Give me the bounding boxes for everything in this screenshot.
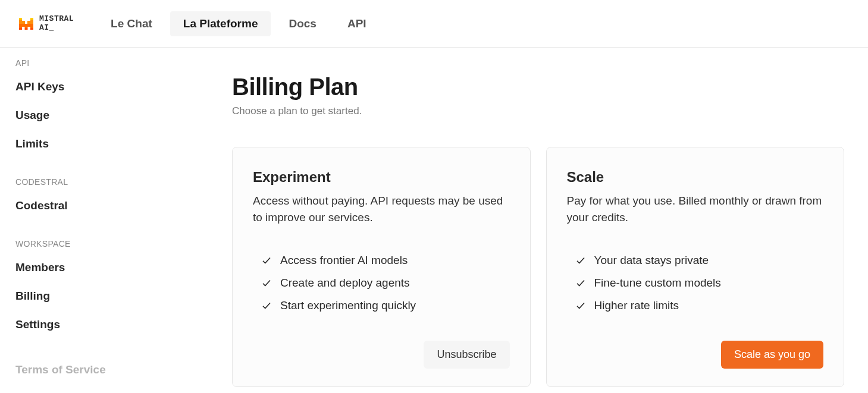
unsubscribe-button[interactable]: Unsubscribe — [424, 341, 509, 369]
sidebar-item-limits[interactable]: Limits — [0, 130, 208, 158]
main-content: Billing Plan Choose a plan to get starte… — [208, 48, 868, 393]
mistral-logo-icon — [18, 15, 35, 32]
feature-item: Start experimenting quickly — [261, 294, 510, 317]
sidebar-group-api: API — [0, 56, 208, 73]
sidebar-item-api-keys[interactable]: API Keys — [0, 73, 208, 101]
nav-la-plateforme[interactable]: La Plateforme — [170, 11, 271, 36]
nav-docs[interactable]: Docs — [275, 11, 329, 36]
plan-card-scale: Scale Pay for what you use. Billed month… — [546, 147, 845, 387]
plan-features: Your data stays private Fine-tune custom… — [567, 249, 824, 317]
check-icon — [575, 300, 586, 311]
feature-item: Create and deploy agents — [261, 272, 510, 294]
sidebar-item-codestral[interactable]: Codestral — [0, 191, 208, 220]
check-icon — [261, 300, 272, 311]
scale-as-you-go-button[interactable]: Scale as you go — [721, 341, 823, 369]
feature-text: Fine-tune custom models — [594, 276, 721, 290]
feature-item: Your data stays private — [575, 249, 824, 272]
plan-description: Access without paying. API requests may … — [253, 193, 510, 225]
feature-text: Start experimenting quickly — [280, 299, 416, 312]
plan-cards: Experiment Access without paying. API re… — [232, 147, 844, 387]
brand-logo[interactable]: MISTRAL AI_ — [18, 15, 74, 32]
plan-features: Access frontier AI models Create and dep… — [253, 249, 510, 317]
feature-text: Create and deploy agents — [280, 276, 410, 290]
feature-text: Access frontier AI models — [280, 254, 408, 267]
feature-item: Access frontier AI models — [261, 249, 510, 272]
page-title: Billing Plan — [232, 74, 844, 100]
plan-card-experiment: Experiment Access without paying. API re… — [232, 147, 531, 387]
feature-item: Higher rate limits — [575, 294, 824, 317]
plan-title: Experiment — [253, 169, 510, 186]
feature-text: Your data stays private — [594, 254, 709, 267]
nav-le-chat[interactable]: Le Chat — [98, 11, 165, 36]
feature-item: Fine-tune custom models — [575, 272, 824, 294]
nav-api[interactable]: API — [334, 11, 380, 36]
top-nav: MISTRAL AI_ Le Chat La Plateforme Docs A… — [0, 0, 868, 48]
brand-line2: AI_ — [39, 24, 74, 32]
feature-text: Higher rate limits — [594, 299, 679, 312]
brand-text: MISTRAL AI_ — [39, 15, 74, 32]
plan-description: Pay for what you use. Billed monthly or … — [567, 193, 824, 225]
nav-items: Le Chat La Plateforme Docs API — [98, 11, 380, 36]
brand-line1: MISTRAL — [39, 15, 74, 23]
sidebar-item-terms[interactable]: Terms of Service — [0, 356, 208, 384]
check-icon — [261, 278, 272, 288]
sidebar-item-billing[interactable]: Billing — [0, 282, 208, 310]
sidebar-item-usage[interactable]: Usage — [0, 101, 208, 130]
sidebar-group-codestral: CODESTRAL — [0, 175, 208, 191]
page-subtitle: Choose a plan to get started. — [232, 105, 844, 117]
sidebar-item-members[interactable]: Members — [0, 253, 208, 282]
sidebar-group-workspace: WORKSPACE — [0, 237, 208, 253]
check-icon — [261, 255, 272, 266]
sidebar[interactable]: API API Keys Usage Limits CODESTRAL Code… — [0, 48, 208, 393]
plan-title: Scale — [567, 169, 824, 186]
check-icon — [575, 255, 586, 266]
check-icon — [575, 278, 586, 288]
sidebar-item-settings[interactable]: Settings — [0, 310, 208, 339]
